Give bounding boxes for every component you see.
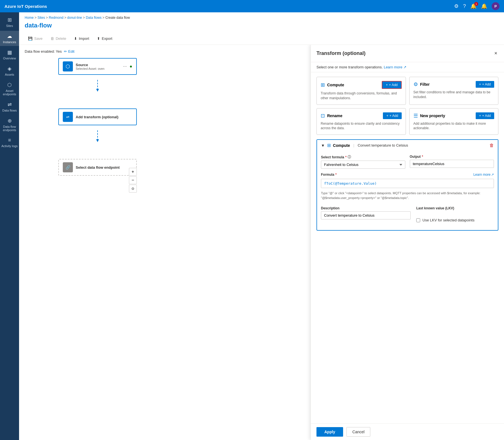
sidebar-item-overview[interactable]: ▦ Overview xyxy=(0,47,19,62)
help-icon[interactable]: ? xyxy=(463,3,466,9)
save-button[interactable]: 💾 Save xyxy=(25,35,46,42)
breadcrumb-redmond[interactable]: Redmond xyxy=(49,16,63,20)
dataflow-endpoints-icon: ⊕ xyxy=(8,118,12,124)
zoom-controls: + − ⊙ xyxy=(129,168,137,193)
lkv-group: Last known value (LKV) Use LKV for selec… xyxy=(416,206,494,222)
apply-button[interactable]: Apply xyxy=(316,427,343,437)
transform-cards-grid: ⊞ Compute + + Add Transform data through… xyxy=(316,77,498,135)
lkv-checkbox-label: Use LKV for selected datapoints xyxy=(422,218,475,222)
delete-button[interactable]: 🗑 Delete xyxy=(47,35,70,42)
export-icon: ⬆ xyxy=(97,36,100,41)
compute-delete-button[interactable]: 🗑 xyxy=(489,143,494,148)
external-link-icon: ↗ xyxy=(491,173,494,177)
import-icon: ⬇ xyxy=(74,36,77,41)
svg-marker-1 xyxy=(96,89,99,92)
sidebar-item-label: Overview xyxy=(3,57,16,60)
lkv-checkbox[interactable] xyxy=(416,218,420,222)
sidebar-item-assets[interactable]: ◈ Assets xyxy=(0,63,19,78)
notification-icon[interactable]: 🔔 1 xyxy=(470,3,477,9)
lkv-checkbox-row: Use LKV for selected datapoints xyxy=(416,218,494,222)
formula-learn-more-link[interactable]: Learn more ↗ xyxy=(473,173,494,177)
compute-section-icon: ⊞ xyxy=(327,143,331,148)
output-input[interactable] xyxy=(410,160,494,168)
transform-icon-box: ⇌ xyxy=(63,112,73,122)
output-label: Output * xyxy=(410,155,494,159)
compute-separator: | xyxy=(353,143,354,147)
compute-section-subtitle: Convert temperature to Celsius xyxy=(358,143,408,147)
breadcrumb-home[interactable]: Home xyxy=(25,16,34,20)
activity-logs-icon: ≡ xyxy=(8,137,11,143)
compute-card-desc: Transform data through conversions, form… xyxy=(321,91,402,101)
edit-link[interactable]: ✏ Edit xyxy=(64,49,74,54)
compute-title-row: ⊞ Compute xyxy=(321,82,344,88)
sidebar-item-label: Data flows xyxy=(2,109,17,112)
transform-node[interactable]: ⇌ Add transform (optional) xyxy=(58,108,137,125)
new-property-add-button[interactable]: + + Add xyxy=(476,112,494,119)
new-property-add-plus-icon: + xyxy=(479,114,481,118)
filter-card: ⚙ Filter + + Add Set filter conditions t… xyxy=(409,77,499,105)
app-body: ⊞ Sites ☁ Instances ▦ Overview ◈ Assets … xyxy=(0,12,504,440)
required-star-formula2: * xyxy=(335,173,337,177)
dataflow-status-text: Data flow enabled: Yes xyxy=(25,49,62,54)
info-icon-formula[interactable]: ⓘ xyxy=(348,155,351,159)
panel-body: ⊞ Compute + + Add Transform data through… xyxy=(311,72,504,423)
asset-endpoints-icon: ⬡ xyxy=(7,82,12,88)
breadcrumb-current: Create data flow xyxy=(105,16,130,20)
filter-add-button[interactable]: + + Add xyxy=(476,81,494,88)
endpoint-node[interactable]: 🔗 Select data flow endpoint xyxy=(58,159,137,176)
breadcrumb-donut-line[interactable]: donut-line xyxy=(67,16,82,20)
compute-add-plus-icon: + xyxy=(386,83,388,87)
export-button[interactable]: ⬆ Export xyxy=(94,35,116,42)
zoom-in-button[interactable]: + xyxy=(129,168,137,176)
source-node-menu[interactable]: ··· xyxy=(123,64,127,69)
sidebar-item-sites[interactable]: ⊞ Sites xyxy=(0,15,19,30)
alert-icon[interactable]: 🔔 xyxy=(481,3,487,9)
zoom-reset-button[interactable]: ⊙ xyxy=(129,185,137,193)
panel-close-button[interactable]: × xyxy=(493,49,498,57)
canvas-container: Data flow enabled: Yes ✏ Edit xyxy=(19,45,504,440)
required-star-formula: * xyxy=(345,155,347,159)
transform-node-title: Add transform (optional) xyxy=(76,115,132,119)
formula-select[interactable]: Fahrenheit to Celsius xyxy=(321,161,405,169)
sidebar-item-label: Instances xyxy=(3,40,16,44)
panel-footer: Apply Cancel xyxy=(311,423,504,440)
new-property-card: ☰ New property + + Add Add additional pr… xyxy=(409,108,499,135)
user-avatar[interactable]: P xyxy=(492,2,500,10)
sidebar-item-instances[interactable]: ☁ Instances xyxy=(0,31,19,46)
sidebar-item-activity-logs[interactable]: ≡ Activity logs xyxy=(0,135,19,150)
sidebar-item-dataflow-endpoints[interactable]: ⊕ Data flow endpoints xyxy=(0,115,19,134)
breadcrumb-sites[interactable]: Sites xyxy=(38,16,45,20)
learn-more-link-top[interactable]: Learn more ↗ xyxy=(384,65,406,69)
compute-collapse-button[interactable]: ▼ xyxy=(321,143,325,148)
compute-add-button[interactable]: + + Add xyxy=(382,81,401,89)
lkv-label: Last known value (LKV) xyxy=(416,206,494,210)
source-node[interactable]: ⬡ Source Selected Asset: oven ··· ● xyxy=(58,58,137,75)
page-title: data-flow xyxy=(25,22,498,29)
compute-card-icon: ⊞ xyxy=(321,82,325,88)
sidebar-item-asset-endpoints[interactable]: ⬡ Asset endpoints xyxy=(0,80,19,98)
notification-badge: 1 xyxy=(474,2,478,6)
cancel-button[interactable]: Cancel xyxy=(346,427,371,437)
formula-hint: Type "@" or click "<datapoint>" to selec… xyxy=(321,191,494,200)
new-property-title-row: ☰ New property xyxy=(413,113,445,119)
filter-add-plus-icon: + xyxy=(479,82,481,86)
breadcrumb-data-flows[interactable]: Data flows xyxy=(86,16,101,20)
rename-add-plus-icon: + xyxy=(386,114,388,118)
sidebar-item-label: Assets xyxy=(5,73,14,76)
sidebar-item-data-flows[interactable]: ⇌ Data flows xyxy=(0,99,19,114)
page-header: data-flow xyxy=(19,21,504,33)
rename-add-button[interactable]: + + Add xyxy=(383,112,401,119)
required-star-output: * xyxy=(422,155,423,159)
filter-card-icon: ⚙ xyxy=(413,81,418,87)
edit-icon: ✏ xyxy=(64,49,67,54)
zoom-out-button[interactable]: − xyxy=(129,176,137,184)
source-node-text: Source Selected Asset: oven xyxy=(76,63,120,70)
transform-node-text: Add transform (optional) xyxy=(76,115,132,119)
source-node-status: ● xyxy=(130,64,132,69)
new-property-card-desc: Add additional properties to data to mak… xyxy=(413,121,494,131)
description-input[interactable] xyxy=(321,211,411,219)
transform-panel: Transform (optional) × Select one or mor… xyxy=(311,45,504,440)
formula-input-area[interactable]: fToC(@Temperature.Value) xyxy=(321,179,494,188)
settings-icon[interactable]: ⚙ xyxy=(454,3,459,9)
import-button[interactable]: ⬇ Import xyxy=(71,35,93,42)
